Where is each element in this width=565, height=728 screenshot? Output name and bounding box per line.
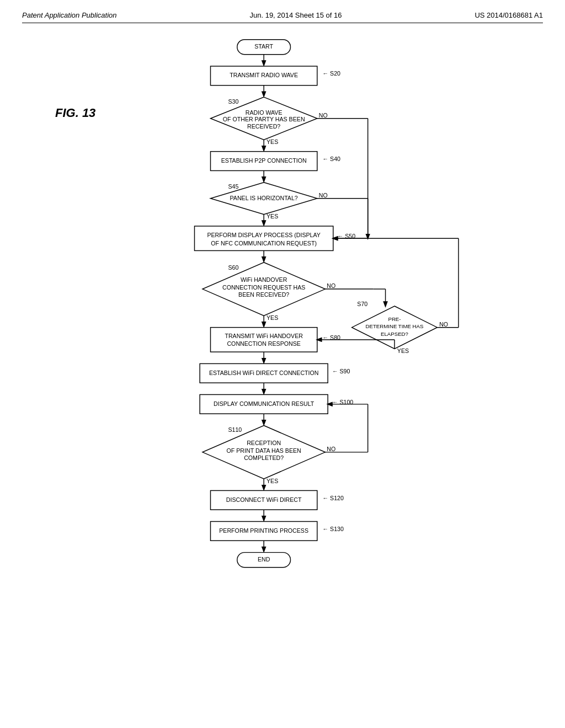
svg-text:CONNECTION RESPONSE: CONNECTION RESPONSE bbox=[227, 340, 300, 347]
page-header: Patent Application Publication Jun. 19, … bbox=[22, 11, 543, 23]
flowchart-svg: text { font-family: Arial, sans-serif; f… bbox=[45, 34, 520, 674]
svg-text:← S40: ← S40 bbox=[323, 156, 341, 162]
svg-text:BEEN RECEIVED?: BEEN RECEIVED? bbox=[238, 291, 289, 298]
svg-text:DISCONNECT WiFi DIRECT: DISCONNECT WiFi DIRECT bbox=[226, 496, 302, 503]
svg-text:TRANSMIT RADIO WAVE: TRANSMIT RADIO WAVE bbox=[230, 72, 298, 78]
svg-text:END: END bbox=[258, 556, 270, 563]
svg-text:YES: YES bbox=[266, 213, 278, 220]
header-date-sheet: Jun. 19, 2014 Sheet 15 of 16 bbox=[249, 11, 342, 19]
svg-text:NO: NO bbox=[319, 112, 328, 119]
svg-text:RADIO WAVE: RADIO WAVE bbox=[246, 109, 282, 116]
svg-text:YES: YES bbox=[266, 314, 278, 321]
svg-text:YES: YES bbox=[397, 347, 409, 354]
svg-text:ELAPSED?: ELAPSED? bbox=[381, 331, 409, 337]
flowchart: text { font-family: Arial, sans-serif; f… bbox=[34, 34, 531, 674]
svg-text:← S120: ← S120 bbox=[323, 495, 344, 501]
svg-text:← S130: ← S130 bbox=[323, 526, 344, 532]
svg-text:← S20: ← S20 bbox=[323, 70, 341, 77]
svg-text:RECEPTION: RECEPTION bbox=[247, 440, 281, 446]
header-patent-number: US 2014/0168681 A1 bbox=[475, 11, 543, 19]
svg-text:PERFORM PRINTING PROCESS: PERFORM PRINTING PROCESS bbox=[219, 527, 308, 534]
svg-text:NO: NO bbox=[319, 192, 328, 199]
svg-text:DISPLAY COMMUNICATION RESULT: DISPLAY COMMUNICATION RESULT bbox=[214, 400, 315, 407]
svg-text:CONNECTION REQUEST HAS: CONNECTION REQUEST HAS bbox=[222, 284, 305, 291]
svg-text:TRANSMIT WiFi HANDOVER: TRANSMIT WiFi HANDOVER bbox=[225, 333, 303, 339]
svg-rect-41 bbox=[211, 328, 317, 352]
svg-text:S60: S60 bbox=[228, 264, 238, 271]
svg-text:ESTABLISH P2P CONNECTION: ESTABLISH P2P CONNECTION bbox=[221, 157, 307, 164]
svg-text:OF NFC COMMUNICATION REQUEST): OF NFC COMMUNICATION REQUEST) bbox=[211, 240, 317, 247]
svg-text:NO: NO bbox=[439, 321, 448, 328]
svg-text:START: START bbox=[254, 43, 273, 50]
svg-text:S110: S110 bbox=[228, 426, 242, 433]
svg-text:RECEIVED?: RECEIVED? bbox=[247, 123, 280, 130]
svg-text:S30: S30 bbox=[228, 98, 238, 105]
svg-text:NO: NO bbox=[327, 446, 335, 452]
svg-text:YES: YES bbox=[266, 138, 278, 145]
svg-text:COMPLETED?: COMPLETED? bbox=[244, 454, 284, 461]
svg-text:S45: S45 bbox=[228, 183, 238, 190]
svg-text:WiFi HANDOVER: WiFi HANDOVER bbox=[241, 276, 287, 283]
svg-text:← S90: ← S90 bbox=[332, 368, 350, 374]
svg-text:YES: YES bbox=[266, 478, 278, 484]
svg-text:OF PRINT DATA HAS BEEN: OF PRINT DATA HAS BEEN bbox=[227, 447, 301, 454]
svg-text:S70: S70 bbox=[357, 301, 367, 307]
svg-text:PERFORM DISPLAY PROCESS (DISPL: PERFORM DISPLAY PROCESS (DISPLAY bbox=[207, 232, 320, 238]
svg-text:PRE-: PRE- bbox=[388, 316, 401, 322]
svg-text:NO: NO bbox=[327, 282, 335, 289]
header-publication: Patent Application Publication bbox=[22, 11, 117, 19]
svg-text:ESTABLISH WiFi DIRECT CONNECTI: ESTABLISH WiFi DIRECT CONNECTION bbox=[209, 370, 319, 376]
page: Patent Application Publication Jun. 19, … bbox=[0, 0, 565, 728]
svg-text:DETERMINE TIME HAS: DETERMINE TIME HAS bbox=[366, 323, 424, 329]
svg-text:PANEL IS HORIZONTAL?: PANEL IS HORIZONTAL? bbox=[230, 195, 298, 201]
svg-text:OF OTHER PARTY HAS BEEN: OF OTHER PARTY HAS BEEN bbox=[223, 116, 305, 122]
svg-rect-25 bbox=[195, 226, 333, 250]
